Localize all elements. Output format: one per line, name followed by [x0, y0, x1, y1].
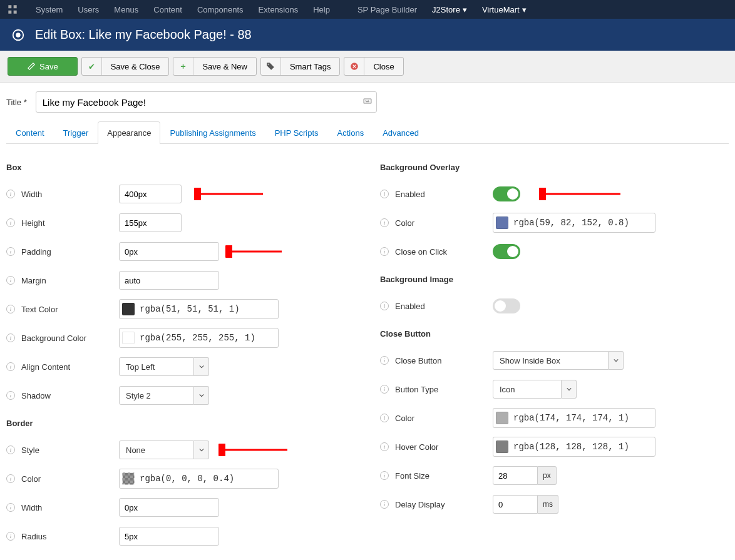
nav-content[interactable]: Content [146, 0, 190, 19]
overlay-heading: Background Overlay [380, 163, 729, 172]
bgimage-heading: Background Image [380, 275, 729, 284]
chevron-down-icon [562, 380, 577, 399]
delay-label: Delay Display [395, 500, 445, 509]
keyboard-icon[interactable] [363, 97, 372, 108]
info-icon[interactable]: i [6, 474, 15, 483]
info-icon[interactable]: i [6, 333, 15, 342]
info-icon[interactable]: i [380, 218, 389, 227]
smart-tags-button[interactable]: Smart Tags [260, 57, 341, 76]
closebtn-heading: Close Button [380, 329, 729, 339]
bg-color-label: Background Color [21, 333, 86, 343]
text-color-label: Text Color [21, 305, 58, 314]
text-color-input[interactable]: rgba(51, 51, 51, 1) [119, 299, 279, 319]
close-icon [344, 58, 364, 75]
info-icon[interactable]: i [380, 302, 389, 310]
title-input[interactable] [36, 91, 377, 113]
width-input[interactable] [119, 185, 182, 203]
arrow-annotation [225, 245, 288, 258]
overlay-color-input[interactable]: rgba(59, 82, 152, 0.8) [493, 213, 655, 233]
border-heading: Border [6, 419, 355, 428]
overlay-enabled-toggle[interactable] [493, 186, 520, 201]
nav-virtuemart[interactable]: VirtueMart▾ [475, 0, 534, 19]
info-icon[interactable]: i [6, 532, 15, 541]
info-icon[interactable]: i [6, 391, 15, 400]
info-icon[interactable]: i [380, 500, 389, 509]
info-icon[interactable]: i [380, 356, 389, 365]
info-icon[interactable]: i [380, 471, 389, 480]
info-icon[interactable]: i [380, 190, 389, 198]
height-input[interactable] [119, 213, 182, 232]
save-close-button[interactable]: ✔ Save & Close [81, 57, 170, 76]
nav-sppagebuilder[interactable]: SP Page Builder [350, 0, 424, 19]
bg-color-input[interactable]: rgba(255, 255, 255, 1) [119, 328, 279, 348]
info-icon[interactable]: i [6, 305, 15, 313]
border-radius-input[interactable] [119, 527, 219, 546]
nav-system[interactable]: System [28, 0, 70, 19]
closebtn-select[interactable]: Show Inside Box [493, 351, 624, 370]
tab-advanced[interactable]: Advanced [373, 121, 428, 144]
info-icon[interactable]: i [6, 218, 15, 227]
border-width-input[interactable] [119, 498, 219, 517]
padding-label: Padding [21, 247, 51, 257]
svg-point-1 [16, 33, 20, 37]
margin-input[interactable] [119, 271, 219, 290]
arrow-annotation [539, 188, 627, 200]
info-icon[interactable]: i [6, 276, 15, 285]
info-icon[interactable]: i [6, 247, 15, 256]
color-swatch [122, 303, 135, 315]
tab-content[interactable]: Content [6, 121, 54, 144]
nav-j2store[interactable]: J2Store▾ [424, 0, 475, 19]
info-icon[interactable]: i [380, 247, 389, 256]
border-style-label: Style [21, 445, 39, 455]
tab-trigger[interactable]: Trigger [54, 121, 98, 144]
border-width-label: Width [21, 503, 42, 512]
info-icon[interactable]: i [6, 190, 15, 198]
toolbar: Save ✔ Save & Close ＋ Save & New Smart T… [0, 51, 735, 83]
nav-help[interactable]: Help [306, 0, 337, 19]
height-label: Height [21, 218, 45, 228]
unit-label: px [538, 466, 557, 485]
font-size-input[interactable]: px [493, 466, 557, 485]
overlay-closeclick-toggle[interactable] [493, 244, 520, 259]
nav-menus[interactable]: Menus [106, 0, 146, 19]
tab-publishing[interactable]: Publishing Assignments [160, 121, 265, 144]
padding-input[interactable] [119, 242, 219, 261]
info-icon[interactable]: i [6, 362, 15, 371]
info-icon[interactable]: i [380, 385, 389, 394]
info-icon[interactable]: i [6, 503, 15, 512]
info-icon[interactable]: i [380, 414, 389, 422]
svg-point-2 [268, 64, 269, 65]
save-new-button[interactable]: ＋ Save & New [173, 57, 257, 76]
close-button[interactable]: Close [344, 57, 403, 76]
arrow-annotation [194, 188, 269, 200]
tab-actions[interactable]: Actions [328, 121, 374, 144]
nav-components[interactable]: Components [190, 0, 251, 19]
page-header: Edit Box: Like my Facebook Page! - 88 [0, 19, 735, 51]
border-style-select[interactable]: None [119, 440, 209, 459]
bgimage-enabled-toggle[interactable] [493, 298, 520, 313]
hover-color-input[interactable]: rgba(128, 128, 128, 1) [493, 437, 655, 457]
closebtn-color-input[interactable]: rgba(174, 174, 174, 1) [493, 408, 655, 428]
nav-extensions[interactable]: Extensions [251, 0, 306, 19]
closebtn-color-label: Color [395, 414, 414, 423]
info-icon[interactable]: i [6, 445, 15, 454]
page-title: Edit Box: Like my Facebook Page! - 88 [35, 28, 252, 42]
hover-color-label: Hover Color [395, 442, 438, 452]
shadow-select[interactable]: Style 2 [119, 386, 209, 405]
type-select[interactable]: Icon [493, 380, 577, 399]
delay-input[interactable]: ms [493, 495, 558, 514]
width-label: Width [21, 190, 42, 199]
border-color-label: Color [21, 474, 41, 484]
info-icon[interactable]: i [380, 442, 389, 451]
nav-users[interactable]: Users [70, 0, 106, 19]
border-color-input[interactable]: rgba(0, 0, 0, 0.4) [119, 469, 279, 489]
align-select[interactable]: Top Left [119, 357, 209, 376]
type-label: Button Type [395, 385, 438, 394]
chevron-down-icon [194, 357, 209, 376]
tab-appearance[interactable]: Appearance [98, 121, 160, 144]
tab-php[interactable]: PHP Scripts [265, 121, 328, 144]
save-button[interactable]: Save [8, 57, 78, 76]
chevron-down-icon [194, 440, 209, 459]
color-swatch [496, 216, 508, 229]
left-column: Box iWidth iHeight iPadding iMargin iT [6, 158, 355, 554]
